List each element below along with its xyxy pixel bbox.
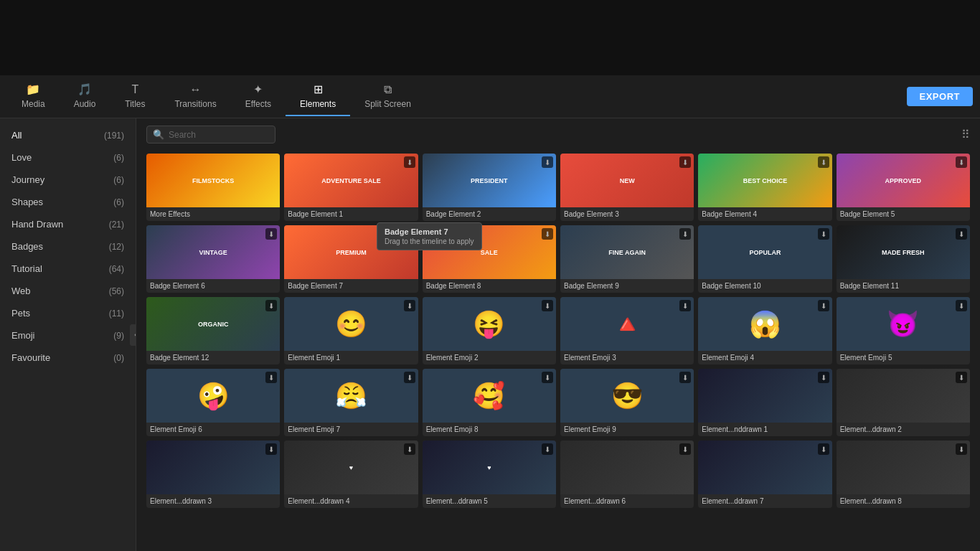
grid-item-badge10[interactable]: POPULAR ⬇ Badge Element 10 <box>698 225 831 293</box>
download-badge[interactable]: ⬇ <box>956 443 967 455</box>
tab-transitions[interactable]: ↔ Transitions <box>160 77 230 116</box>
grid-item-handdrawn6[interactable]: ⬇ Element...ddrawn 6 <box>560 441 694 508</box>
grid-item-emoji6[interactable]: 🤪 ⬇ Element Emoji 6 <box>146 369 280 436</box>
grid-item-handdrawn5[interactable]: ♥ ⬇ Element...ddrawn 5 <box>423 441 556 508</box>
download-badge[interactable]: ⬇ <box>404 443 415 455</box>
search-box: 🔍 <box>146 126 275 143</box>
thumb-text: Best Choice <box>742 176 789 186</box>
grid-item-handdrawn8[interactable]: ⬇ Element...ddrawn 8 <box>837 441 970 508</box>
sidebar-collapse-handle[interactable]: ‹ <box>130 324 136 346</box>
sidebar-item-journey[interactable]: Journey (6) <box>0 169 136 191</box>
grid-label: Badge Element 10 <box>698 279 831 293</box>
grid-item-emoji2[interactable]: 😝 ⬇ Element Emoji 2 <box>423 297 556 364</box>
grid-item-badge7[interactable]: Premium ⬇ Badge Element 7 <box>284 225 418 293</box>
tab-media[interactable]: 📁 Media <box>7 77 60 116</box>
download-badge[interactable]: ⬇ <box>956 300 967 311</box>
download-badge[interactable]: ⬇ <box>818 443 829 455</box>
download-badge[interactable]: ⬇ <box>818 300 829 311</box>
sidebar-item-shapes[interactable]: Shapes (6) <box>0 191 136 213</box>
grid-item-badge9[interactable]: Fine Again ⬇ Badge Element 9 <box>560 225 694 293</box>
grid-label: Element...ddrawn 3 <box>146 494 280 508</box>
download-badge[interactable]: ⬇ <box>542 300 553 311</box>
download-badge[interactable]: ⬇ <box>818 156 829 168</box>
grid-item-badge12[interactable]: ORGANIC ⬇ Badge Element 12 <box>146 297 280 364</box>
download-badge[interactable]: ⬇ <box>542 228 553 240</box>
download-badge[interactable]: ⬇ <box>956 228 967 240</box>
grid-item-badge4[interactable]: Best Choice ⬇ Badge Element 4 <box>698 154 831 221</box>
grid-thumb: 🤪 ⬇ <box>146 369 280 423</box>
grid-item-handdrawn1[interactable]: ⬇ Element...nddrawn 1 <box>698 369 831 436</box>
grid-label: Element Emoji 1 <box>284 351 418 364</box>
grid-item-emoji3[interactable]: 🔺 ⬇ Element Emoji 3 <box>560 297 694 364</box>
grid-item-emoji9[interactable]: 😎 ⬇ Element Emoji 9 <box>560 369 694 436</box>
grid-item-badge8[interactable]: SALE ⬇ Badge Element 8 <box>423 225 556 293</box>
tab-titles[interactable]: T Titles <box>110 77 160 116</box>
sidebar-item-tutorial[interactable]: Tutorial (64) <box>0 258 136 280</box>
sidebar-item-label: Emoji <box>11 330 35 341</box>
sidebar-item-web[interactable]: Web (56) <box>0 280 136 302</box>
grid-item-emoji1[interactable]: 😊 ⬇ Element Emoji 1 <box>284 297 418 364</box>
sidebar-item-count: (11) <box>109 309 124 319</box>
sidebar-item-all[interactable]: All (191) <box>0 124 136 146</box>
download-badge[interactable]: ⬇ <box>404 300 415 311</box>
download-badge[interactable]: ⬇ <box>956 156 967 168</box>
emoji-thumb: 😊 <box>335 309 367 339</box>
download-badge[interactable]: ⬇ <box>679 300 691 311</box>
search-input[interactable] <box>169 130 269 140</box>
download-badge[interactable]: ⬇ <box>679 443 691 455</box>
grid-item-handdrawn7[interactable]: ⬇ Element...ddrawn 7 <box>698 441 831 508</box>
grid-item-badge2[interactable]: PRESIDENT ⬇ Badge Element 2 <box>423 154 556 221</box>
sidebar-item-emoji[interactable]: Emoji (9) <box>0 324 136 347</box>
grid-item-handdrawn2[interactable]: ⬇ Element...ddrawn 2 <box>837 369 970 436</box>
tab-icon-audio: 🎵 <box>77 83 92 96</box>
download-badge[interactable]: ⬇ <box>542 372 553 383</box>
download-badge[interactable]: ⬇ <box>542 156 553 168</box>
sidebar-item-badges[interactable]: Badges (12) <box>0 235 136 258</box>
grid-thumb: ORGANIC ⬇ <box>146 297 280 351</box>
download-badge[interactable]: ⬇ <box>956 372 967 383</box>
sidebar-item-label: Hand Drawn <box>11 219 63 230</box>
download-badge[interactable]: ⬇ <box>818 228 829 240</box>
tab-splitscreen[interactable]: ⧉ Split Screen <box>350 77 425 116</box>
download-badge[interactable]: ⬇ <box>679 372 691 383</box>
sidebar-item-favourite[interactable]: Favourite (0) <box>0 347 136 369</box>
download-badge[interactable]: ⬇ <box>404 372 415 383</box>
grid-item-emoji7[interactable]: 😤 ⬇ Element Emoji 7 <box>284 369 418 436</box>
grid-item-emoji5[interactable]: 😈 ⬇ Element Emoji 5 <box>837 297 970 364</box>
download-badge[interactable]: ⬇ <box>265 443 277 455</box>
tab-effects[interactable]: ✦ Effects <box>231 77 286 116</box>
grid-item-badge11[interactable]: MADE FRESH ⬇ Badge Element 11 <box>837 225 970 293</box>
emoji-thumb: 🔺 <box>611 309 644 339</box>
grid-thumb: 😎 ⬇ <box>560 369 694 423</box>
tab-elements[interactable]: ⊞ Elements <box>286 77 350 116</box>
grid-item-emoji8[interactable]: 🥰 ⬇ Element Emoji 8 <box>423 369 556 436</box>
emoji-thumb: 😱 <box>749 309 781 339</box>
thumb-text: Premium <box>334 248 368 258</box>
grid-item-badge3[interactable]: NEW ⬇ Badge Element 3 <box>560 154 694 221</box>
sidebar-item-love[interactable]: Love (6) <box>0 146 136 169</box>
download-badge[interactable]: ⬇ <box>542 443 553 455</box>
sidebar-item-hand-drawn[interactable]: Hand Drawn (21) <box>0 213 136 235</box>
download-badge[interactable]: ⬇ <box>265 300 277 311</box>
download-badge[interactable]: ⬇ <box>265 228 277 240</box>
tab-icon-splitscreen: ⧉ <box>384 83 392 96</box>
grid-view-icon[interactable]: ⠿ <box>961 128 970 141</box>
tab-audio[interactable]: 🎵 Audio <box>60 77 110 116</box>
grid-item-emoji4[interactable]: 😱 ⬇ Element Emoji 4 <box>698 297 831 364</box>
top-bar <box>0 0 980 75</box>
grid-item-badge6[interactable]: VINTAGE ⬇ Badge Element 6 <box>146 225 280 293</box>
download-badge[interactable]: ⬇ <box>679 156 691 168</box>
download-badge[interactable]: ⬇ <box>404 228 415 240</box>
download-badge[interactable]: ⬇ <box>404 156 415 168</box>
download-badge[interactable]: ⬇ <box>679 228 691 240</box>
grid-item-handdrawn3[interactable]: ⬇ Element...ddrawn 3 <box>146 441 280 508</box>
grid-item-badge1[interactable]: ADVENTURE SALE ⬇ Badge Element 1 <box>284 154 418 221</box>
grid-label: Element Emoji 9 <box>560 423 694 436</box>
download-badge[interactable]: ⬇ <box>818 372 829 383</box>
export-button[interactable]: EXPORT <box>907 87 973 106</box>
grid-item-more-effects[interactable]: Filmstocks More Effects <box>146 154 280 221</box>
grid-item-handdrawn4[interactable]: ♥ ⬇ Element...ddrawn 4 <box>284 441 418 508</box>
grid-item-badge5[interactable]: APPROVED ⬇ Badge Element 5 <box>837 154 970 221</box>
sidebar-item-pets[interactable]: Pets (11) <box>0 302 136 324</box>
download-badge[interactable]: ⬇ <box>265 372 277 383</box>
